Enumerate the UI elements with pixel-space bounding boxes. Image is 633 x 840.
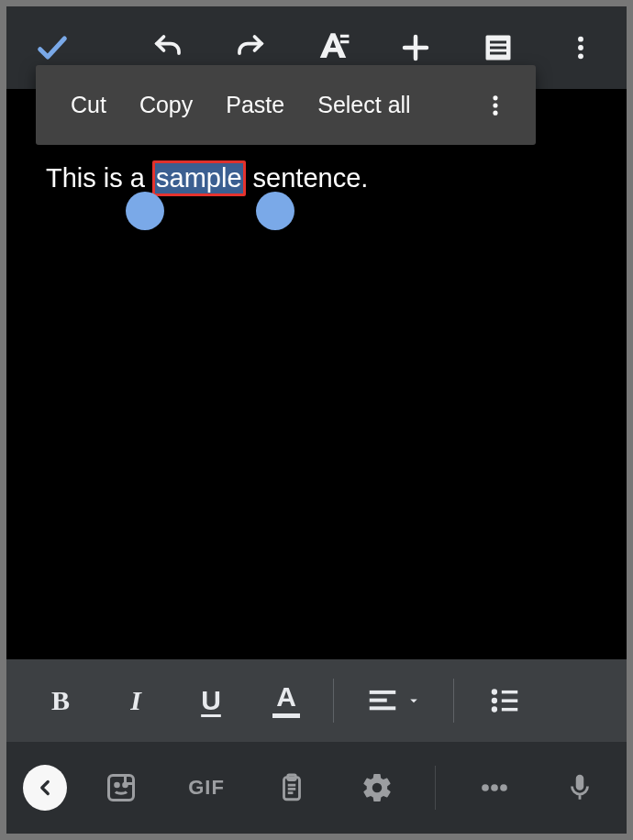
align-dropdown-button[interactable] [343, 669, 444, 733]
text-context-menu: Cut Copy Paste Select all [36, 65, 536, 145]
format-toolbar: B I U A [6, 659, 627, 742]
svg-rect-6 [490, 47, 506, 50]
svg-point-10 [578, 53, 583, 59]
svg-point-18 [492, 698, 497, 703]
svg-point-24 [116, 783, 119, 787]
settings-gear-icon[interactable] [346, 756, 407, 820]
keyboard-toolbar: GIF [6, 742, 627, 834]
context-more-vert-icon[interactable] [473, 93, 517, 118]
selected-text[interactable]: sample [152, 160, 246, 196]
microphone-icon[interactable] [549, 756, 610, 820]
svg-rect-22 [502, 708, 517, 711]
selection-handle-start[interactable] [126, 192, 164, 230]
copy-button[interactable]: Copy [123, 92, 209, 118]
svg-rect-20 [502, 691, 517, 693]
gif-button[interactable]: GIF [176, 756, 238, 820]
svg-point-19 [492, 706, 497, 712]
svg-point-11 [493, 95, 497, 100]
paste-button[interactable]: Paste [209, 92, 301, 118]
svg-point-8 [578, 37, 583, 42]
text-after-selection[interactable]: sentence. [246, 163, 369, 193]
underline-button[interactable]: U [173, 669, 249, 733]
svg-rect-0 [340, 35, 350, 38]
text-color-button[interactable]: A [249, 669, 324, 733]
text-line[interactable]: This is a sample sentence. [46, 160, 368, 196]
svg-point-32 [491, 784, 498, 791]
svg-point-31 [482, 784, 489, 791]
svg-rect-23 [109, 776, 134, 801]
svg-rect-7 [490, 52, 506, 55]
text-before-selection[interactable]: This is a [46, 163, 152, 193]
document-area[interactable]: This is a sample sentence. [6, 89, 627, 658]
svg-rect-16 [370, 706, 396, 710]
svg-rect-15 [370, 699, 387, 702]
divider [435, 766, 436, 810]
svg-point-25 [124, 783, 128, 787]
divider [453, 679, 454, 723]
bullet-list-button[interactable] [463, 669, 546, 733]
svg-rect-14 [370, 691, 396, 694]
svg-point-12 [493, 103, 497, 107]
clipboard-icon[interactable] [261, 756, 323, 820]
svg-rect-5 [490, 41, 506, 44]
svg-point-9 [578, 45, 583, 50]
divider [333, 679, 334, 723]
select-all-button[interactable]: Select all [301, 92, 427, 118]
svg-point-13 [493, 110, 497, 115]
keyboard-back-button[interactable] [23, 765, 67, 811]
sticker-icon[interactable] [91, 756, 152, 820]
more-vert-icon[interactable] [553, 20, 608, 75]
italic-button[interactable]: I [98, 669, 173, 733]
svg-point-33 [500, 784, 507, 791]
svg-rect-1 [340, 40, 350, 43]
svg-point-17 [492, 689, 497, 694]
selection-handle-end[interactable] [256, 192, 294, 230]
cut-button[interactable]: Cut [54, 92, 123, 118]
svg-rect-21 [502, 699, 517, 702]
more-horiz-icon[interactable] [463, 756, 525, 820]
bold-button[interactable]: B [23, 669, 98, 733]
